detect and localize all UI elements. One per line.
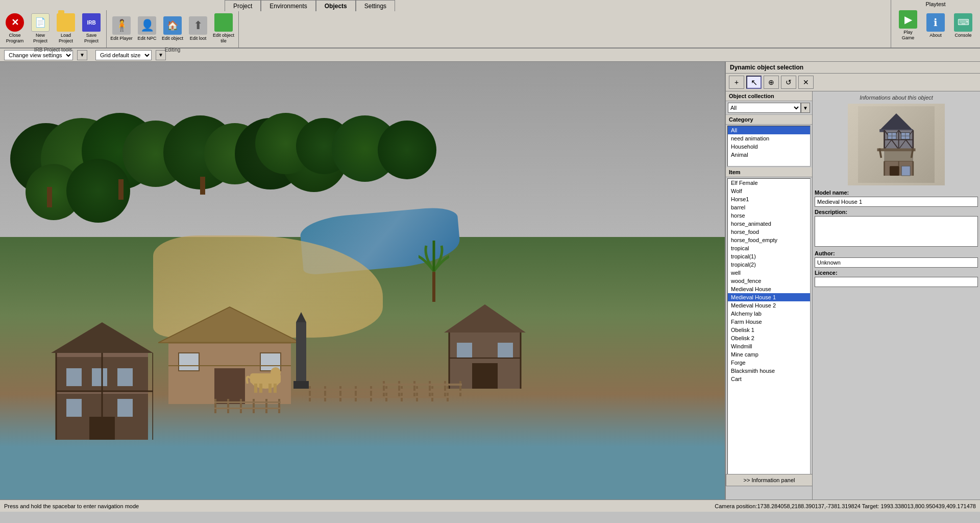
item-tropical2[interactable]: tropical(2) <box>728 260 810 269</box>
svg-marker-15 <box>158 307 301 343</box>
svg-rect-45 <box>355 386 357 401</box>
svg-rect-2 <box>66 368 82 386</box>
svg-rect-4 <box>117 368 133 386</box>
collection-arrow[interactable]: ▼ <box>801 103 810 113</box>
load-project-button[interactable]: LoadProject <box>53 11 79 46</box>
item-horse-food[interactable]: horse_food <box>728 228 810 236</box>
model-preview <box>848 104 945 185</box>
item-well[interactable]: well <box>728 269 810 277</box>
category-item-all[interactable]: All <box>728 126 810 134</box>
svg-marker-25 <box>444 304 526 332</box>
item-horse-food-empty[interactable]: horse_food_empty <box>728 236 810 244</box>
svg-rect-56 <box>413 381 415 396</box>
about-button[interactable]: ℹ About <box>923 8 948 43</box>
tool-rotate-button[interactable]: ↺ <box>781 76 796 89</box>
edit-tile-button[interactable]: Edit objecttile <box>211 11 236 46</box>
category-list[interactable]: All need animation Household Animal <box>727 126 811 167</box>
item-forge[interactable]: Forge <box>728 359 810 367</box>
item-medieval-house-2[interactable]: Medieval House 2 <box>728 301 810 310</box>
item-mine-camp[interactable]: Mine camp <box>728 350 810 359</box>
category-item-need-animation[interactable]: need animation <box>728 134 810 142</box>
svg-rect-26 <box>457 343 472 358</box>
main-content: Dynamic object selection + ↖ ⊕ ↺ ✕ Objec… <box>0 62 980 500</box>
panel-left: Object collection All ▼ Category All nee… <box>726 91 813 500</box>
item-windmill[interactable]: Windmill <box>728 342 810 350</box>
svg-rect-64 <box>240 399 242 413</box>
close-label: Close Program <box>4 33 26 44</box>
item-medieval-house[interactable]: Medieval House <box>728 285 810 293</box>
new-project-button[interactable]: 📄 NewProject <box>28 11 53 46</box>
edit-player-button[interactable]: 🧍 Edit Player <box>109 11 134 46</box>
play-game-button[interactable]: ▶ PlayGame <box>895 8 921 43</box>
nav-tabs: Project Environments Objects Settings <box>225 0 395 11</box>
item-cart[interactable]: Cart <box>728 375 810 383</box>
svg-rect-65 <box>253 399 255 413</box>
irb-tool-buttons: ✕ Close Program 📄 NewProject LoadProject… <box>2 11 104 46</box>
edit-player-label: Edit Player <box>110 36 133 41</box>
author-section: Author: <box>815 250 978 268</box>
edit-npc-button[interactable]: 👤 Edit NPC <box>134 11 160 46</box>
info-title: Informations about this object <box>815 93 978 102</box>
playtest-label: Playtest <box>895 1 976 7</box>
close-program-button[interactable]: ✕ Close Program <box>2 11 28 46</box>
category-item-household[interactable]: Household <box>728 142 810 151</box>
item-wolf[interactable]: Wolf <box>728 187 810 195</box>
item-list[interactable]: Elf Female Wolf Horse1 barrel horse hors… <box>727 178 811 479</box>
editing-buttons: 🧍 Edit Player 👤 Edit NPC 🏠 Edit object ⬆… <box>109 11 236 46</box>
tool-select-button[interactable]: ↖ <box>746 76 762 89</box>
edit-loot-button[interactable]: ⬆ Edit loot <box>185 11 211 46</box>
tab-objects[interactable]: Objects <box>316 0 356 11</box>
tab-project[interactable]: Project <box>225 0 261 11</box>
edit-object-icon: 🏠 <box>163 16 182 35</box>
svg-marker-33 <box>296 312 306 322</box>
svg-rect-39 <box>259 384 262 393</box>
console-button[interactable]: ⌨ Console <box>950 8 976 43</box>
save-project-button[interactable]: IRB SaveProject <box>79 11 104 46</box>
tab-environments[interactable]: Environments <box>261 0 315 11</box>
tool-add-button[interactable]: + <box>729 76 744 89</box>
item-obelisk-1[interactable]: Obelisk 1 <box>728 326 810 334</box>
licence-input[interactable] <box>815 277 978 287</box>
author-input[interactable] <box>815 257 978 268</box>
svg-rect-99 <box>877 149 916 152</box>
edit-tile-label: Edit objecttile <box>213 33 234 44</box>
svg-rect-3 <box>92 368 107 386</box>
item-blacksmith-house[interactable]: Blacksmith house <box>728 367 810 375</box>
close-icon: ✕ <box>6 13 24 32</box>
object-collection-select[interactable]: All <box>728 103 801 113</box>
item-horse1[interactable]: Horse1 <box>728 195 810 203</box>
item-medieval-house-1[interactable]: Medieval House 1 <box>728 293 810 301</box>
toolbar: Project Environments Objects Settings ✕ … <box>0 0 980 49</box>
item-horse-animated[interactable]: horse_animated <box>728 220 810 228</box>
tool-delete-button[interactable]: ✕ <box>798 76 814 89</box>
tab-settings[interactable]: Settings <box>356 0 395 11</box>
model-name-input[interactable] <box>815 197 978 207</box>
status-left: Press and hold the spacebar to enter nav… <box>4 503 139 509</box>
info-panel-button[interactable]: >> Information panel <box>726 474 813 486</box>
item-elf-female[interactable]: Elf Female <box>728 179 810 187</box>
item-wood-fence[interactable]: wood_fence <box>728 277 810 285</box>
item-tropical[interactable]: tropical <box>728 244 810 252</box>
svg-rect-5 <box>66 399 82 417</box>
item-obelisk-2[interactable]: Obelisk 2 <box>728 334 810 342</box>
description-textarea[interactable] <box>815 216 978 247</box>
item-farm-house[interactable]: Farm House <box>728 318 810 326</box>
viewport[interactable] <box>0 62 725 500</box>
play-label: PlayGame <box>902 30 915 41</box>
trunk-3 <box>200 177 205 195</box>
svg-rect-70 <box>432 271 435 302</box>
item-horse[interactable]: horse <box>728 211 810 220</box>
svg-rect-27 <box>498 343 513 358</box>
svg-rect-43 <box>324 386 326 401</box>
panel-toolbar: + ↖ ⊕ ↺ ✕ <box>726 74 980 91</box>
edit-object-button[interactable]: 🏠 Edit object <box>160 11 185 46</box>
category-item-animal[interactable]: Animal <box>728 151 810 159</box>
author-label: Author: <box>815 250 978 256</box>
item-tropical1[interactable]: tropical(1) <box>728 252 810 260</box>
item-alchemy-lab[interactable]: Alchemy lab <box>728 310 810 318</box>
item-barrel[interactable]: barrel <box>728 203 810 211</box>
console-label: Console <box>954 33 971 38</box>
tool-move-button[interactable]: ⊕ <box>764 76 779 89</box>
svg-marker-1 <box>51 322 153 353</box>
svg-rect-28 <box>472 363 498 389</box>
